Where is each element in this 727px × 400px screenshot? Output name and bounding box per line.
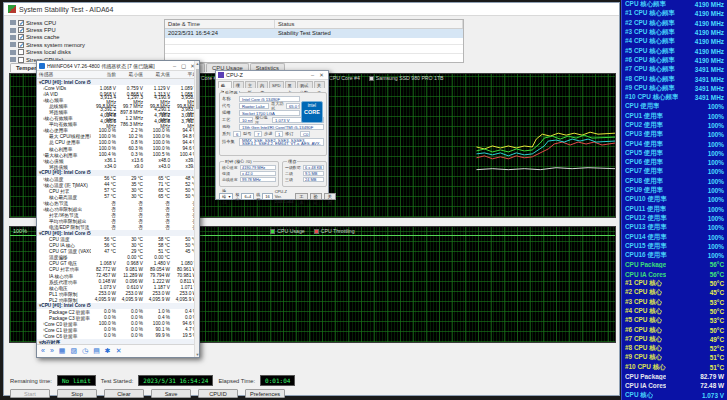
cpuz-tab[interactable]: 测试分数	[297, 81, 313, 88]
nav-next-icon[interactable]: »	[50, 346, 54, 356]
cpuz-tab[interactable]: 显卡	[285, 81, 296, 88]
sensor-current: 1.068 V	[91, 261, 118, 266]
sensor-value: 100%	[708, 178, 724, 185]
sensor-max: 100.0 %	[145, 146, 172, 151]
elapsed-time-value: 0:01:04	[260, 375, 295, 386]
sensor-row[interactable]: 内存时序	[37, 339, 199, 344]
hwinfo-scrollbar[interactable]: ▲ ▼	[194, 61, 199, 357]
sensor-value: 100%	[708, 141, 724, 148]
close-button[interactable]: 关闭	[324, 193, 336, 200]
tools-button[interactable]: 工具	[295, 193, 307, 200]
sensor-readout-row: CPU9 使用率 100%	[622, 186, 727, 195]
cpuz-tab[interactable]: 处理器	[218, 81, 232, 88]
instructions-label: 指令集	[222, 139, 237, 144]
graph-panel-icon[interactable]: ▨	[70, 346, 77, 356]
sensor-label: #5 CPU 核心	[625, 316, 662, 325]
scrollbar-thumb[interactable]	[196, 69, 199, 109]
stress-option[interactable]: Stress CPU	[10, 19, 160, 26]
remaining-time-value: No limit	[57, 375, 96, 386]
sensor-value: 100%	[708, 159, 724, 166]
sensor-name: CPU [#0]: Intel Core i5-13490F	[37, 303, 91, 308]
sensor-current: 0.148 W	[91, 279, 118, 284]
reset-clock-icon[interactable]: ◷	[82, 346, 88, 356]
stress-label: Stress cache	[26, 34, 60, 40]
cpuz-tab[interactable]: 关于	[314, 81, 325, 88]
stress-checkbox[interactable]	[18, 20, 24, 26]
cpuz-tab[interactable]: SPD	[269, 81, 284, 88]
cpuz-tab[interactable]: 内存	[257, 81, 268, 88]
sensor-row[interactable]: PL2 功率限制 4,095.9 W 4,095.9 W 4,095.9 W 4…	[37, 297, 199, 303]
test-button[interactable]: Save	[151, 389, 191, 398]
l1-data-value: 6 x 48 KB	[303, 165, 324, 170]
scroll-up-icon[interactable]: ▲	[195, 61, 200, 66]
logging-icon[interactable]: ▤	[93, 346, 100, 356]
stress-option[interactable]: Stress cache	[10, 34, 160, 41]
sensor-row[interactable]: 环路倍频 x34.0 x9.0 x43.0 x39.9	[37, 164, 199, 170]
device-icon	[10, 42, 16, 47]
sensor-max: 79.794 W	[145, 273, 172, 278]
cpuz-titlebar: CPU-Z – ✕	[216, 71, 328, 80]
stress-option[interactable]: Stress local disks	[10, 49, 160, 56]
sensor-readout-row: CPU4 使用率 100%	[622, 139, 727, 148]
test-log-table: Date & Time Status 2023/5/31 16:54:24 St…	[164, 19, 464, 63]
nav-prev-icon[interactable]: «	[41, 346, 45, 356]
test-button[interactable]: Stop	[57, 389, 97, 398]
close-icon[interactable]: ✕	[317, 72, 326, 78]
sensor-current: 100.0 %	[91, 140, 118, 145]
l2-label: 二级	[285, 171, 302, 176]
sensor-min: 30 °C	[118, 237, 145, 242]
sensor-max: 100.0 %	[145, 134, 172, 139]
legend-checkbox[interactable]	[314, 229, 319, 234]
sensor-name: CPU [#0]: Intel Core i5-13490F: 增强	[37, 79, 91, 85]
sensor-min: 30 °C	[118, 188, 145, 193]
validate-button[interactable]: 验证	[310, 193, 322, 200]
stress-checkbox[interactable]	[18, 27, 24, 33]
legend-checkbox[interactable]	[270, 229, 275, 234]
device-icon	[10, 50, 16, 55]
exit-icon[interactable]: ✕	[116, 346, 122, 356]
sensor-readout-row: CPU 核心 1.073 V	[622, 390, 727, 399]
l3-value: 24 MB	[303, 177, 324, 182]
model-label: 型号	[243, 131, 252, 136]
test-button[interactable]: Preferences	[245, 389, 285, 398]
test-button[interactable]: Start	[10, 389, 50, 398]
settings-icon[interactable]: ✱	[105, 346, 111, 356]
legend-item[interactable]: CPU Usage	[270, 228, 304, 234]
stress-checkbox[interactable]	[18, 57, 24, 63]
stress-checkbox[interactable]	[18, 49, 24, 55]
stress-option[interactable]: Stress system memory	[10, 41, 160, 48]
sensor-max: 58 °C	[145, 243, 172, 248]
sensor-readout-row: #10 CPU 核心頻率 3491 MHz	[622, 93, 727, 102]
aida64-titlebar: System Stability Test - AIDA64	[4, 3, 619, 16]
sensor-min: 11.289 W	[118, 273, 145, 278]
minimize-icon[interactable]: –	[308, 72, 317, 78]
legend-item[interactable]: CPU Throttling	[314, 228, 355, 234]
test-button[interactable]: CPUID	[198, 389, 238, 398]
scroll-down-icon[interactable]: ▼	[195, 352, 200, 357]
maximize-icon[interactable]: ▢	[179, 63, 188, 69]
sensor-label: #8 CPU 核心	[625, 344, 662, 353]
sensor-readout-row: CPU IA Cores 72.48 W	[622, 381, 727, 390]
sensor-readout-row: #8 CPU 核心頻率 3491 MHz	[622, 74, 727, 83]
sensor-value: 50°C	[710, 280, 724, 287]
socket-select[interactable]: 插槽 #1 ▾	[219, 193, 233, 200]
sensor-readout-row: #9 CPU 核心頻率 3491 MHz	[622, 84, 727, 93]
cpuz-tab[interactable]: 缓存	[233, 81, 244, 88]
stress-option[interactable]: Stress FPU	[10, 26, 160, 33]
hwinfo-toolbar: « » ▦ ▨ ◷ ▤ ✱ ✕	[37, 344, 199, 357]
sensor-max: 1.0 %	[145, 309, 172, 314]
stress-checkbox[interactable]	[18, 34, 24, 40]
cpuz-tab[interactable]: 主板	[245, 81, 256, 88]
stress-checkbox[interactable]	[18, 42, 24, 48]
sensor-value: 50°C	[710, 327, 724, 334]
log-row[interactable]: 2023/5/31 16:54:24 Stability Test Starte…	[165, 29, 463, 38]
sensor-row[interactable]: Core VIDs 1.068 V 0.759 V 1.129 V 1.089 …	[37, 85, 199, 91]
threads-value: 16	[262, 193, 272, 200]
sensor-label: CPU13 使用率	[625, 223, 667, 232]
test-button[interactable]: Clear	[104, 389, 144, 398]
stepping-value: 1	[275, 131, 283, 137]
sensors-panel-icon[interactable]: ▦	[59, 346, 66, 356]
minimize-icon[interactable]: –	[170, 63, 179, 69]
sensor-value: 3491 MHz	[695, 76, 724, 83]
sensor-readout-row: CPU14 使用率 100%	[622, 232, 727, 241]
